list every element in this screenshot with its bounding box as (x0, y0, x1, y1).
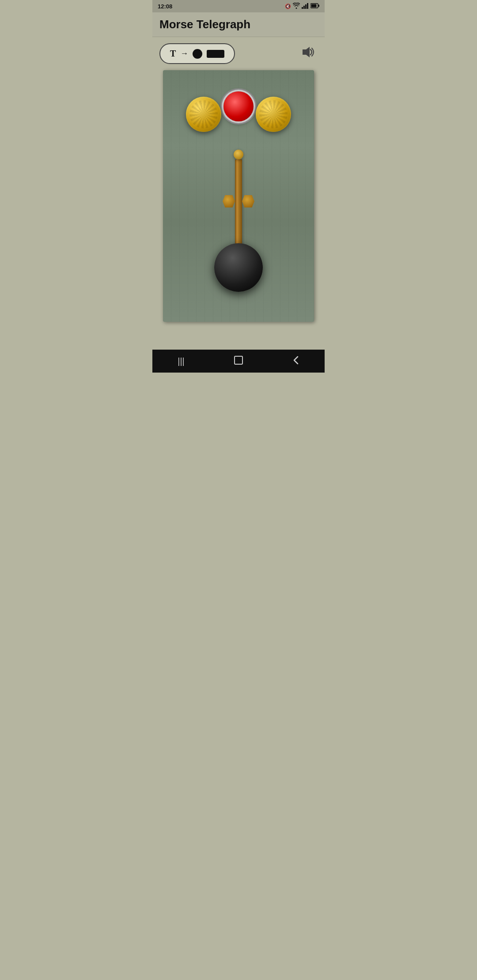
recent-apps-button[interactable]: ||| (168, 352, 194, 370)
svg-rect-1 (303, 6, 305, 9)
status-bar: 12:08 🔇 (152, 0, 325, 12)
mode-arrow-icon: → (180, 49, 188, 58)
mode-selector[interactable]: T → (159, 43, 235, 64)
wifi-icon (293, 3, 300, 10)
svg-rect-8 (235, 356, 242, 364)
cross-bracket (221, 195, 256, 208)
sound-button[interactable] (298, 44, 318, 64)
svg-rect-5 (318, 5, 320, 7)
mode-row: T → (159, 43, 318, 64)
signal-icon (302, 3, 309, 10)
recent-apps-icon: ||| (178, 356, 185, 366)
terminal-right-knob[interactable] (256, 97, 291, 132)
status-time: 12:08 (158, 3, 172, 10)
back-icon (292, 355, 300, 368)
bracket-left (223, 195, 235, 207)
telegraph-rod (235, 159, 242, 248)
rod-top-ball (234, 150, 243, 159)
sound-icon (301, 46, 315, 61)
app-title: Morse Telegraph (159, 18, 250, 31)
bracket-right (242, 195, 254, 207)
battery-icon (310, 3, 319, 9)
mode-dot-icon (193, 49, 202, 59)
back-button[interactable] (283, 352, 309, 370)
mode-dash-icon (207, 50, 224, 58)
status-icons: 🔇 (285, 3, 319, 10)
home-icon (233, 355, 244, 368)
svg-rect-0 (302, 7, 303, 9)
telegraph-assembly (214, 150, 263, 292)
mode-text-label: T (170, 49, 176, 59)
svg-rect-6 (311, 4, 317, 8)
terminal-left-knob[interactable] (186, 97, 221, 132)
svg-rect-2 (305, 4, 307, 9)
telegraph-canvas (163, 70, 314, 322)
hammer-ball[interactable] (214, 243, 263, 292)
app-bar: Morse Telegraph (152, 12, 325, 37)
mute-icon: 🔇 (285, 4, 291, 9)
nav-bar: ||| (152, 350, 325, 373)
record-button[interactable] (223, 91, 254, 121)
home-button[interactable] (225, 352, 252, 370)
main-content: T → (152, 37, 325, 326)
svg-rect-3 (307, 3, 308, 9)
svg-marker-7 (303, 47, 310, 57)
